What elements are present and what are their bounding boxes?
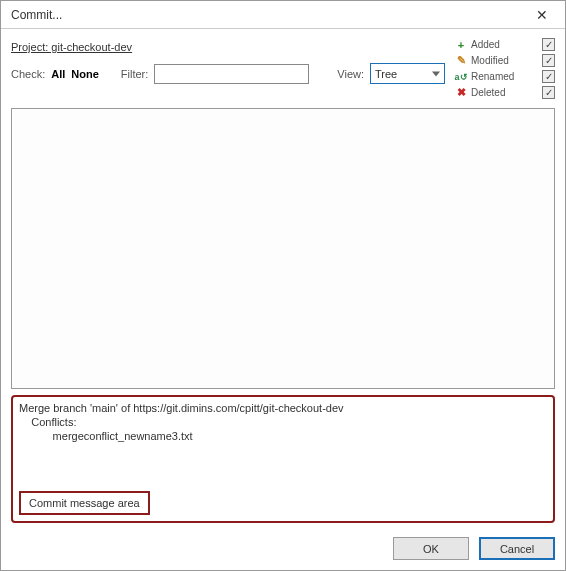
- window-title: Commit...: [11, 8, 62, 22]
- close-icon: ✕: [536, 7, 548, 23]
- dialog-content: Project: git-checkout-dev Check: All Non…: [1, 29, 565, 529]
- check-filter-row: Check: All None Filter: View: Tree: [11, 63, 455, 84]
- legend-renamed-checkbox[interactable]: ✓: [542, 70, 555, 83]
- rename-icon: a↺: [455, 71, 467, 83]
- check-icon: ✓: [545, 39, 553, 50]
- pencil-icon: ✎: [455, 55, 467, 67]
- legend-deleted-checkbox[interactable]: ✓: [542, 86, 555, 99]
- commit-dialog: Commit... ✕ Project: git-checkout-dev Ch…: [0, 0, 566, 571]
- legend-added-checkbox[interactable]: ✓: [542, 38, 555, 51]
- project-link[interactable]: Project: git-checkout-dev: [11, 41, 132, 53]
- legend-renamed-row: a↺ Renamed ✓: [455, 69, 555, 84]
- ok-button[interactable]: OK: [393, 537, 469, 560]
- status-legend: + Added ✓ ✎ Modified ✓ a↺ Renamed ✓ ✖ De…: [455, 37, 555, 100]
- check-label: Check:: [11, 68, 45, 80]
- legend-modified-row: ✎ Modified ✓: [455, 53, 555, 68]
- file-list-area[interactable]: [11, 108, 555, 389]
- left-controls: Project: git-checkout-dev Check: All Non…: [11, 37, 455, 100]
- filter-input[interactable]: [154, 64, 309, 84]
- view-selected-value: Tree: [375, 68, 397, 80]
- check-icon: ✓: [545, 71, 553, 82]
- check-icon: ✓: [545, 87, 553, 98]
- top-controls: Project: git-checkout-dev Check: All Non…: [11, 37, 555, 100]
- chevron-down-icon: [432, 71, 440, 76]
- view-label: View:: [337, 68, 364, 80]
- button-row: OK Cancel: [1, 529, 565, 570]
- commit-message-callout: Commit message area: [19, 491, 150, 515]
- legend-deleted-row: ✖ Deleted ✓: [455, 85, 555, 100]
- legend-renamed-label: Renamed: [471, 71, 538, 82]
- close-button[interactable]: ✕: [527, 3, 557, 27]
- check-icon: ✓: [545, 55, 553, 66]
- legend-modified-checkbox[interactable]: ✓: [542, 54, 555, 67]
- legend-added-label: Added: [471, 39, 538, 50]
- legend-modified-label: Modified: [471, 55, 538, 66]
- legend-added-row: + Added ✓: [455, 37, 555, 52]
- x-icon: ✖: [455, 87, 467, 99]
- check-none-link[interactable]: None: [71, 68, 99, 80]
- commit-message-area[interactable]: Merge branch 'main' of https://git.dimin…: [11, 395, 555, 523]
- legend-deleted-label: Deleted: [471, 87, 538, 98]
- cancel-button[interactable]: Cancel: [479, 537, 555, 560]
- commit-message-text[interactable]: Merge branch 'main' of https://git.dimin…: [19, 401, 547, 487]
- plus-icon: +: [455, 39, 467, 51]
- view-select[interactable]: Tree: [370, 63, 445, 84]
- project-row: Project: git-checkout-dev: [11, 41, 455, 53]
- check-all-link[interactable]: All: [51, 68, 65, 80]
- filter-label: Filter:: [121, 68, 149, 80]
- titlebar: Commit... ✕: [1, 1, 565, 29]
